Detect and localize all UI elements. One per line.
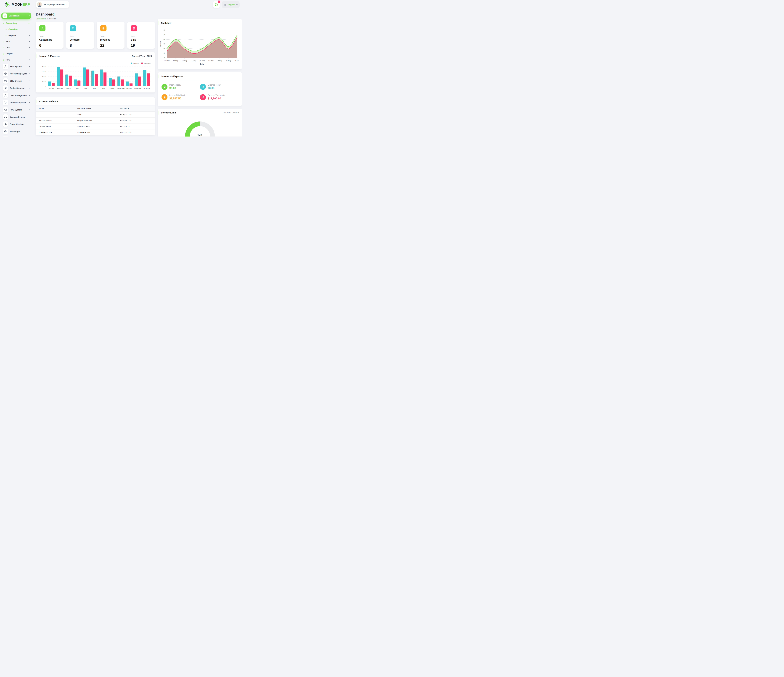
income-bar: [65, 75, 68, 86]
bar-group-march: [65, 66, 72, 86]
bullet-icon: [3, 53, 4, 54]
svg-text:120: 120: [163, 34, 165, 36]
home-icon: [3, 13, 7, 18]
y-axis-tick: 18000: [39, 76, 46, 78]
greeting-text: Hi, Rajodiya Infotech!: [44, 3, 65, 6]
ive-value: $2,527.50: [170, 97, 185, 100]
income-bar: [48, 81, 51, 86]
breadcrumb-dashboard-link[interactable]: Dashboard: [36, 17, 46, 20]
svg-text:14-May: 14-May: [164, 60, 170, 62]
sidebar-item-label: Zoom Meeting: [10, 123, 30, 125]
notification-button[interactable]: 0: [213, 1, 220, 8]
sidebar-item-project[interactable]: Project: [1, 51, 31, 57]
copy-plus-icon: [3, 107, 8, 112]
bar-group-may: [82, 66, 90, 86]
sidebar-item-project-system[interactable]: Project System: [1, 84, 31, 92]
user-icon: [3, 64, 8, 69]
chevron-right-icon: [28, 87, 30, 89]
ive-item-expense-today: Expense Today $0.00: [200, 84, 238, 90]
storage-limit-title: Storage Limit: [161, 111, 176, 114]
income-bar: [100, 70, 103, 86]
sidebar-item-pos[interactable]: POS: [1, 57, 31, 63]
chevron-right-icon: [28, 59, 30, 61]
moonerp-logo: MOONERP: [5, 2, 36, 8]
ive-label: Expense Today: [208, 84, 221, 86]
sidebar-item-reports[interactable]: Reports: [1, 32, 31, 39]
table-column-header: BALANCE: [117, 106, 155, 112]
chevron-right-icon: [28, 102, 30, 103]
stat-card-label: Vendors: [70, 39, 91, 41]
table-cell: ROUNDBANK: [36, 118, 74, 124]
account-balance-table: BANKHOLDER NAMEBALANCEcash$120,077.00ROU…: [36, 106, 155, 135]
sidebar-item-label: Support System: [10, 116, 30, 118]
stat-card-customers: Total Customers 6: [36, 22, 64, 48]
table-cell: US BANK, NA: [36, 129, 74, 135]
chevron-down-icon: [236, 4, 238, 5]
box-icon: [3, 71, 8, 76]
sidebar: DashboardAccountingOverviewReportsHRMCRM…: [1, 9, 31, 137]
stat-card-bills: Total Bills 19: [127, 22, 155, 48]
stat-card-kicker: Total: [70, 35, 91, 37]
bar-group-july: [100, 66, 107, 86]
svg-text:07-May: 07-May: [226, 60, 231, 62]
users-icon: [39, 25, 45, 31]
bar-group-december: [143, 66, 150, 86]
income-expense-title: Income & Expense: [39, 55, 60, 57]
income-bar: [92, 70, 94, 86]
svg-text:60: 60: [163, 48, 165, 50]
ive-label: Expense This Month: [208, 94, 225, 96]
chart-legend: IncomeExpense: [38, 62, 151, 64]
breadcrumb-current: Account: [49, 17, 56, 20]
sidebar-item-messenger[interactable]: Messenger: [1, 128, 31, 135]
legend-swatch: [131, 62, 132, 64]
svg-text:12-May: 12-May: [182, 60, 187, 62]
stat-card-invoices: Total Invoices 22: [97, 22, 124, 48]
chevron-right-icon: [28, 41, 30, 42]
language-button[interactable]: English: [222, 1, 240, 8]
x-axis-label: March: [65, 88, 72, 89]
table-cell: [36, 112, 74, 118]
sidebar-item-crm-system[interactable]: CRM System: [1, 77, 31, 84]
stat-card-vendors: Total Vendors 8: [66, 22, 94, 48]
income-bar: [57, 67, 60, 86]
x-axis-label: December: [143, 88, 150, 89]
ive-item-income-today: Income Today $0.00: [162, 84, 200, 90]
sidebar-item-overview[interactable]: Overview: [1, 26, 31, 32]
sidebar-item-crm[interactable]: CRM: [1, 45, 31, 51]
ive-label: Income This Month: [170, 94, 185, 96]
user-menu-button[interactable]: Hi, Rajodiya Infotech!: [36, 1, 69, 8]
stat-card-value: 19: [131, 43, 152, 48]
bullet-icon: [6, 28, 7, 30]
expense-bar: [129, 83, 132, 86]
expense-bar: [69, 76, 72, 86]
storage-donut-chart: 50%: [185, 121, 215, 137]
sidebar-item-user-management[interactable]: User Management: [1, 92, 31, 99]
x-axis-label: January: [48, 88, 55, 89]
table-row: US BANK, NAEarl Hane MD$102,473.00: [36, 129, 155, 135]
sidebar-item-hrm-system[interactable]: HRM System: [1, 63, 31, 70]
table-cell: cash: [74, 112, 117, 118]
chevron-right-icon: [28, 73, 30, 74]
top-header: MOONERP Hi, Rajodiya Infotech! 0: [0, 0, 242, 9]
sidebar-item-notification-template[interactable]: Notification Template: [1, 135, 31, 137]
sidebar-item-dashboard[interactable]: Dashboard: [1, 12, 31, 19]
sidebar-item-label: Project: [6, 53, 30, 55]
sidebar-item-zoom-meeting[interactable]: Zoom Meeting: [1, 121, 31, 128]
svg-text:08-May: 08-May: [217, 60, 222, 62]
sidebar-item-products-system[interactable]: Products System: [1, 99, 31, 106]
bar-chart-x-labels: JanuaryFebruaryMarchAprilMayJuneJulyAugu…: [47, 88, 151, 89]
legend-item-income[interactable]: Income: [131, 62, 139, 64]
x-axis-label: November: [134, 88, 142, 89]
income-bar: [74, 79, 77, 86]
legend-item-expense[interactable]: Expense: [141, 62, 151, 64]
sidebar-item-support-system[interactable]: Support System: [1, 113, 31, 121]
sidebar-item-accounting[interactable]: Accounting: [1, 20, 31, 26]
sidebar-item-label: Dashboard: [9, 15, 27, 17]
sidebar-item-pos-system[interactable]: POS System: [1, 106, 31, 113]
stat-card-label: Bills: [131, 39, 152, 41]
sidebar-item-label: HRM System: [10, 65, 27, 68]
table-cell: Earl Hane MD: [74, 129, 117, 135]
sidebar-item-hrm[interactable]: HRM: [1, 39, 31, 45]
bullet-icon: [3, 59, 4, 61]
sidebar-item-accounting-system[interactable]: Accounting System: [1, 70, 31, 77]
